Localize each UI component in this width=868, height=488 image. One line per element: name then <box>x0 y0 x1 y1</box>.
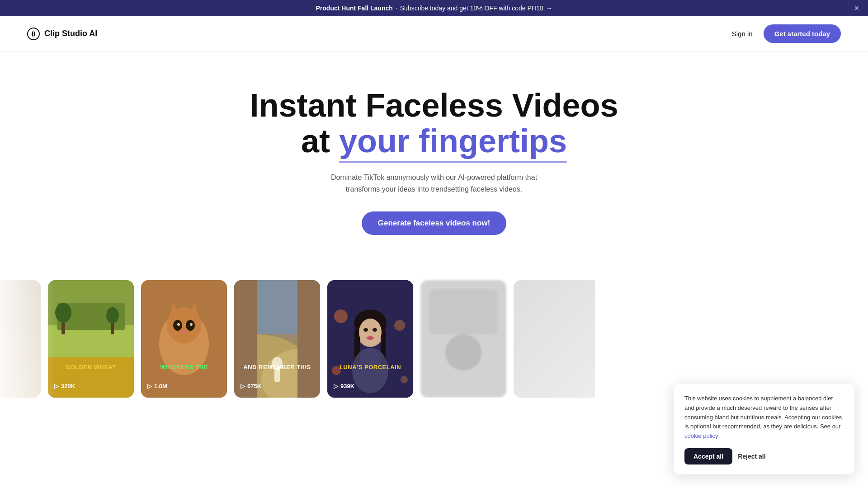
banner-message: Subscribe today and get 10% OFF with cod… <box>400 5 543 12</box>
svg-point-41 <box>352 348 388 393</box>
cookie-message: This website uses cookies to supplement … <box>684 395 842 398</box>
card-views-woman: 939K <box>334 383 354 389</box>
svg-point-17 <box>177 323 180 326</box>
card-views-count-cat: 1.0M <box>154 383 167 389</box>
cookie-text: This website uses cookies to supplement … <box>684 394 844 398</box>
svg-point-19 <box>182 331 186 333</box>
svg-point-9 <box>106 307 119 324</box>
svg-rect-24 <box>234 280 257 398</box>
logo-area[interactable]: Clip Studio AI <box>27 28 97 40</box>
play-icon-desert <box>241 383 245 389</box>
gallery-outer: GOLDEN WHEAT 320K <box>0 280 868 398</box>
get-started-button[interactable]: Get started today <box>764 24 841 43</box>
svg-rect-25 <box>297 280 320 398</box>
video-placeholder-cat <box>141 280 227 398</box>
gallery-section: GOLDEN WHEAT 320K <box>0 262 868 398</box>
svg-point-39 <box>373 328 377 332</box>
svg-rect-43 <box>429 289 497 334</box>
cookie-notice: This website uses cookies to supplement … <box>674 384 854 398</box>
video-placeholder-blurred <box>420 280 506 398</box>
svg-point-18 <box>190 323 193 326</box>
card-label-wheat: GOLDEN WHEAT <box>66 364 116 371</box>
banner-bold-text: Product Hunt Fall Launch <box>316 5 393 12</box>
card-label-cat: WHISKERS THE <box>160 364 208 371</box>
card-views-cat: 1.0M <box>147 383 167 389</box>
svg-point-37 <box>359 319 382 346</box>
logo-text: Clip Studio AI <box>44 29 97 38</box>
play-icon-cat <box>147 383 152 389</box>
hero-title-plain: at <box>301 123 339 159</box>
play-icon-woman <box>334 383 338 389</box>
navbar: Clip Studio AI Sign in Get started today <box>0 16 868 52</box>
video-placeholder-wheat <box>48 280 134 398</box>
svg-rect-3 <box>48 352 134 398</box>
svg-point-29 <box>334 310 348 323</box>
generate-cta-button[interactable]: Generate faceless videos now! <box>362 211 507 235</box>
card-label-woman: LUNA'S PORCELAIN <box>340 364 401 371</box>
banner-arrow: → <box>546 5 552 12</box>
svg-point-32 <box>401 376 408 383</box>
video-placeholder-woman <box>327 280 413 398</box>
svg-point-7 <box>55 303 71 323</box>
svg-rect-4 <box>48 325 134 357</box>
card-views-count-woman: 939K <box>340 383 354 389</box>
svg-point-44 <box>445 334 481 371</box>
card-views-desert: 675K <box>241 383 261 389</box>
banner-close-button[interactable]: × <box>854 4 859 12</box>
card-views-count-desert: 675K <box>247 383 261 389</box>
video-card-blurred[interactable] <box>420 280 506 398</box>
logo-icon <box>27 28 40 40</box>
video-placeholder-desert <box>234 280 320 398</box>
gallery-wrapper: GOLDEN WHEAT 320K <box>0 280 868 398</box>
nav-right: Sign in Get started today <box>732 24 841 43</box>
hero-section: Instant Faceless Videos at your fingerti… <box>208 52 660 262</box>
banner-separator: · <box>396 5 397 12</box>
video-card-woman[interactable]: LUNA'S PORCELAIN 939K <box>327 280 413 398</box>
video-card-partial-left <box>0 280 41 398</box>
video-card-desert[interactable]: AND REMEMBER THIS 675K <box>234 280 320 398</box>
card-views-count-wheat: 320K <box>61 383 75 389</box>
svg-point-38 <box>363 328 368 332</box>
hero-title-line1: Instant Faceless Videos <box>250 87 618 123</box>
card-label-desert: AND REMEMBER THIS <box>243 364 311 371</box>
play-icon-wheat <box>54 383 59 389</box>
video-card-wheat[interactable]: GOLDEN WHEAT 320K <box>48 280 134 398</box>
svg-point-30 <box>394 320 405 331</box>
hero-title-line2: at your fingertips <box>301 123 567 159</box>
sign-in-button[interactable]: Sign in <box>732 30 753 38</box>
top-banner: Product Hunt Fall Launch · Subscribe tod… <box>0 0 868 16</box>
hero-title-colored: your fingertips <box>339 123 567 159</box>
hero-subtitle: Dominate TikTok anonymously with our AI-… <box>321 172 547 195</box>
hero-title: Instant Faceless Videos at your fingerti… <box>217 88 651 159</box>
video-card-partial-right <box>514 280 595 398</box>
card-views-wheat: 320K <box>54 383 75 389</box>
svg-point-40 <box>367 336 374 340</box>
video-card-cat[interactable]: WHISKERS THE 1.0M <box>141 280 227 398</box>
